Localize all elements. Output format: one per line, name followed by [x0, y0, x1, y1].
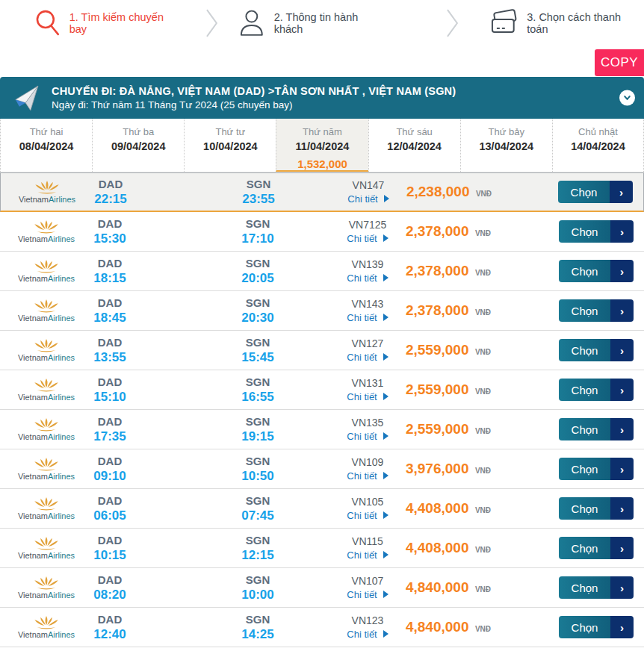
select-label: Chọn [559, 339, 610, 361]
flight-row: VietnamAirlines DAD 12:40 SGN 14:25 VN12… [0, 608, 644, 647]
airline-logo: VietnamAirlines [0, 496, 84, 520]
step-search-flight[interactable]: 1. Tìm kiếm chuyến bay [34, 8, 183, 38]
flight-detail-link[interactable]: Chi tiết [347, 589, 388, 600]
price-cell: 4,840,000 VNĐ [401, 619, 495, 635]
detail-label: Chi tiết [347, 312, 377, 323]
step-separator-icon [205, 7, 219, 39]
select-arrow-icon: › [610, 576, 634, 599]
flight-detail-link[interactable]: Chi tiết [347, 352, 388, 363]
select-flight-button[interactable]: Chọn › [559, 458, 634, 480]
search-icon [34, 8, 61, 38]
day-tab[interactable]: Thứ tư 10/04/2024 [184, 119, 276, 172]
arrival-time: 12:15 [232, 548, 284, 563]
detail-label: Chi tiết [347, 391, 377, 402]
airline-name: VietnamAirlines [18, 354, 75, 362]
select-flight-button[interactable]: Chọn › [559, 616, 634, 638]
flight-info-cell: VN139 Chi tiết [334, 258, 401, 284]
day-tab[interactable]: Thứ bảy 13/04/2024 [460, 119, 552, 172]
flight-detail-link[interactable]: Chi tiết [347, 312, 388, 323]
price-cell: 2,559,000 VNĐ [401, 421, 495, 438]
select-button-cell: Chọn › [557, 576, 644, 599]
trip-route-title: CHUYẾN ĐI: ĐÀ NẴNG, VIỆT NAM (DAD) >TÂN … [52, 85, 456, 97]
departure-code: DAD [84, 455, 136, 467]
day-tab[interactable]: Thứ ba 09/04/2024 [92, 119, 184, 172]
detail-label: Chi tiết [347, 352, 377, 363]
select-arrow-icon: › [610, 418, 634, 440]
lotus-icon [31, 180, 64, 196]
price-currency: VNĐ [475, 625, 491, 633]
copy-button[interactable]: COPY [595, 49, 644, 76]
departure-cell: DAD 08:20 [84, 573, 136, 602]
detail-label: Chi tiết [347, 431, 377, 442]
select-button-cell: Chọn › [557, 299, 644, 322]
arrival-time: 15:45 [232, 350, 284, 365]
select-flight-button[interactable]: Chọn › [559, 418, 634, 440]
select-flight-button[interactable]: Chọn › [559, 537, 634, 559]
day-date: 13/04/2024 [479, 140, 533, 152]
select-flight-button[interactable]: Chọn › [559, 220, 634, 243]
flight-info-cell: VN107 Chi tiết [334, 575, 401, 601]
price-value: 4,840,000 [406, 579, 469, 595]
select-label: Chọn [559, 537, 610, 559]
flight-detail-link[interactable]: Chi tiết [347, 273, 388, 284]
detail-arrow-icon [383, 234, 388, 242]
arrival-time: 17:10 [232, 231, 284, 246]
arrival-cell: SGN 07:45 [232, 494, 284, 523]
price-cell: 4,408,000 VNĐ [401, 500, 495, 517]
price-value: 2,378,000 [406, 223, 469, 239]
select-flight-button[interactable]: Chọn › [559, 576, 634, 599]
arrival-cell: SGN 10:50 [232, 455, 284, 484]
day-tab[interactable]: Thứ hai 08/04/2024 [0, 119, 92, 172]
flight-detail-link[interactable]: Chi tiết [347, 549, 388, 561]
select-flight-button[interactable]: Chọn › [559, 260, 634, 282]
flight-row: VietnamAirlines DAD 15:10 SGN 16:55 VN13… [0, 370, 644, 410]
trip-header-text: CHUYẾN ĐI: ĐÀ NẴNG, VIỆT NAM (DAD) >TÂN … [52, 85, 456, 110]
select-flight-button[interactable]: Chọn › [558, 181, 633, 203]
arrival-cell: SGN 15:45 [232, 336, 284, 365]
select-button-cell: Chọn › [557, 616, 644, 638]
day-tab[interactable]: Thứ năm 11/04/2024 1,532,000 [276, 119, 368, 172]
select-button-cell: Chọn › [557, 537, 644, 559]
detail-arrow-icon [383, 393, 388, 400]
airline-logo: VietnamAirlines [0, 576, 84, 600]
flight-detail-link[interactable]: Chi tiết [347, 510, 388, 521]
arrival-cell: SGN 23:55 [232, 178, 285, 207]
day-date: 10/04/2024 [203, 140, 258, 152]
lotus-icon [30, 615, 63, 631]
select-flight-button[interactable]: Chọn › [559, 339, 634, 361]
price-cell: 2,238,000 VNĐ [402, 184, 496, 200]
flight-number: VN107 [334, 575, 401, 587]
detail-arrow-icon [383, 274, 388, 281]
departure-code: DAD [84, 217, 136, 230]
departure-code: DAD [84, 296, 136, 309]
select-flight-button[interactable]: Chọn › [559, 379, 634, 401]
day-tab[interactable]: Thứ sáu 12/04/2024 [368, 119, 460, 172]
day-name: Thứ hai [30, 126, 64, 137]
select-flight-button[interactable]: Chọn › [559, 497, 634, 520]
flight-detail-link[interactable]: Chi tiết [347, 629, 388, 640]
flight-detail-link[interactable]: Chi tiết [347, 193, 388, 205]
price-currency: VNĐ [476, 190, 492, 198]
select-flight-button[interactable]: Chọn › [559, 299, 634, 322]
price-currency: VNĐ [475, 467, 491, 475]
arrival-cell: SGN 20:05 [232, 257, 284, 286]
collapse-toggle-button[interactable] [619, 90, 635, 106]
arrival-time: 19:15 [232, 429, 284, 444]
flight-detail-link[interactable]: Chi tiết [347, 391, 388, 402]
airline-name: VietnamAirlines [18, 631, 75, 639]
price-value: 2,378,000 [406, 302, 469, 318]
flight-info-cell: VN131 Chi tiết [334, 377, 401, 403]
departure-code: DAD [84, 178, 137, 190]
day-tab[interactable]: Chủ nhật 14/04/2024 [552, 119, 644, 172]
select-label: Chọn [559, 260, 610, 282]
step-payment-method[interactable]: 3. Chọn cách thanh toán [488, 8, 644, 38]
flight-row: VietnamAirlines DAD 08:20 SGN 10:00 VN10… [0, 568, 644, 608]
lotus-icon [30, 338, 63, 354]
select-button-cell: Chọn › [557, 339, 644, 361]
price-currency: VNĐ [475, 387, 491, 396]
flight-detail-link[interactable]: Chi tiết [347, 431, 388, 442]
flight-detail-link[interactable]: Chi tiết [347, 470, 388, 482]
step-passenger-info[interactable]: 2. Thông tin hành khách [238, 9, 389, 37]
flight-detail-link[interactable]: Chi tiết [347, 233, 388, 244]
flight-row: VietnamAirlines DAD 18:45 SGN 20:30 VN14… [0, 291, 644, 331]
